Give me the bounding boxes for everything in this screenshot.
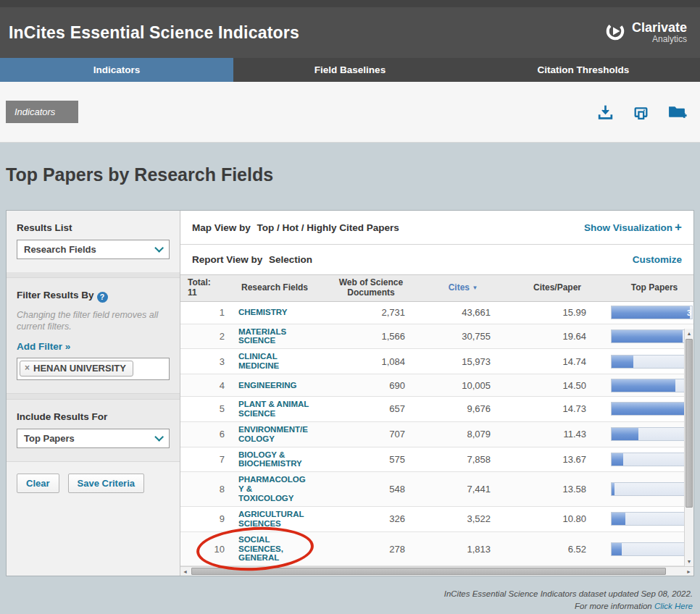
map-view-label: Map View by <box>192 222 251 233</box>
top-papers-cell <box>615 512 693 526</box>
row-rank: 1 <box>180 307 234 318</box>
show-visualization-link[interactable]: Show Visualization+ <box>584 220 682 235</box>
wos-documents-value: 657 <box>315 403 427 414</box>
column-header-research-fields[interactable]: Research Fields <box>234 280 315 296</box>
cites-per-paper-value: 6.52 <box>499 544 615 555</box>
cites-value: 8,079 <box>427 429 499 440</box>
research-field-link[interactable]: ENGINEERING <box>234 378 315 393</box>
cites-value: 7,441 <box>427 484 499 495</box>
tab-citation-thresholds[interactable]: Citation Thresholds <box>467 58 700 82</box>
row-rank: 2 <box>180 331 234 342</box>
footer-dataset-note: InCites Essential Science Indicators dat… <box>0 588 693 600</box>
top-papers-bar-fill <box>612 428 638 440</box>
horizontal-scrollbar[interactable]: ◄ ► <box>180 566 693 576</box>
wos-documents-value: 278 <box>315 544 427 555</box>
research-field-link[interactable]: ENVIRONMENT/ECOLOGY <box>234 422 315 447</box>
research-field-link[interactable]: BIOLOGY & BIOCHEMISTRY <box>234 447 315 472</box>
clear-button[interactable]: Clear <box>17 474 59 493</box>
scroll-down-icon[interactable]: ▼ <box>685 557 693 566</box>
wos-documents-value: 1,084 <box>315 356 427 367</box>
folder-add-icon[interactable] <box>667 103 687 121</box>
vertical-scrollbar[interactable]: ▲ ▼ <box>684 329 693 567</box>
top-papers-bar-fill <box>612 453 623 466</box>
main-area: Map View by Top / Hot / Highly Cited Pap… <box>180 211 693 576</box>
map-view-bar: Map View by Top / Hot / Highly Cited Pap… <box>180 211 693 244</box>
customize-link[interactable]: Customize <box>633 254 682 265</box>
header-top-strip <box>0 0 700 7</box>
wos-documents-value: 707 <box>315 429 427 440</box>
scroll-right-icon[interactable]: ► <box>684 567 693 576</box>
include-results-select[interactable]: Top Papers <box>17 429 170 448</box>
plus-icon: + <box>675 220 682 234</box>
table-header: Total: 11 Research Fields Web of Science… <box>180 274 693 302</box>
research-field-link[interactable]: CLINICAL MEDICINE <box>234 349 315 374</box>
remove-filter-icon[interactable]: × <box>25 363 30 373</box>
cites-per-paper-value: 19.64 <box>499 331 615 342</box>
filter-section: Filter Results By? Changing the filter f… <box>7 277 180 394</box>
map-view-value[interactable]: Top / Hot / Highly Cited Papers <box>257 222 399 233</box>
save-criteria-button[interactable]: Save Criteria <box>68 474 145 493</box>
top-papers-bar-fill <box>612 356 633 368</box>
cites-value: 15,973 <box>427 356 499 367</box>
table-row: 7BIOLOGY & BIOCHEMISTRY5757,85813.67 <box>180 447 693 473</box>
wos-documents-value: 548 <box>315 484 427 495</box>
cites-per-paper-value: 14.73 <box>499 403 615 414</box>
help-icon[interactable]: ? <box>97 292 108 303</box>
top-papers-bar <box>611 355 693 369</box>
toolbar: Indicators <box>0 82 700 143</box>
clarivate-logo-icon <box>604 20 626 45</box>
top-papers-cell <box>615 542 693 556</box>
results-list-label: Results List <box>17 222 170 233</box>
results-list-value: Research Fields <box>24 244 96 255</box>
research-field-link[interactable]: CHEMISTRY <box>234 305 315 320</box>
research-field-link[interactable]: PHARMACOLOGY & TOXICOLOGY <box>234 472 315 506</box>
table-row: 9AGRICULTURAL SCIENCES3263,52210.80 <box>180 507 693 532</box>
add-filter-link[interactable]: Add Filter » <box>17 341 70 352</box>
top-papers-bar: 3 <box>611 306 693 319</box>
report-view-bar: Report View by Selection Customize <box>180 245 693 274</box>
wos-documents-value: 2,731 <box>315 307 427 318</box>
print-icon[interactable] <box>632 103 650 121</box>
breadcrumb[interactable]: Indicators <box>6 101 78 123</box>
row-rank: 10 <box>180 544 234 555</box>
research-field-link[interactable]: MATERIALS SCIENCE <box>234 324 315 349</box>
report-view-value[interactable]: Selection <box>269 254 312 265</box>
research-field-link[interactable]: AGRICULTURAL SCIENCES <box>234 507 315 531</box>
report-view-label: Report View by <box>192 254 262 265</box>
top-papers-cell: 2 <box>615 379 693 392</box>
filter-box[interactable]: × HENAN UNIVERSITY <box>17 358 170 380</box>
top-papers-bar: 4 <box>611 402 693 416</box>
cites-value: 9,676 <box>427 403 499 414</box>
top-papers-bar: 3 <box>611 329 693 343</box>
column-header-cites[interactable]: Cites ▼ <box>427 280 499 296</box>
table-body: 1CHEMISTRY2,73143,66115.9932MATERIALS SC… <box>180 302 693 567</box>
filter-label: Filter Results By <box>17 290 94 300</box>
cites-per-paper-value: 10.80 <box>499 513 615 524</box>
cites-value: 1,813 <box>427 544 499 555</box>
cites-value: 3,522 <box>427 513 499 524</box>
scroll-left-icon[interactable]: ◄ <box>180 567 190 576</box>
column-header-wos-documents[interactable]: Web of Science Documents <box>315 275 427 301</box>
column-header-cites-per-paper[interactable]: Cites/Paper <box>499 280 615 296</box>
cites-per-paper-value: 11.43 <box>499 429 615 440</box>
top-papers-cell: 3 <box>615 306 693 319</box>
cites-per-paper-value: 14.50 <box>499 380 615 391</box>
scroll-up-icon[interactable]: ▲ <box>685 329 693 338</box>
research-field-link[interactable]: SOCIAL SCIENCES, GENERAL <box>234 532 315 566</box>
wos-documents-value: 326 <box>315 513 427 524</box>
research-field-link[interactable]: PLANT & ANIMAL SCIENCE <box>234 397 315 421</box>
results-list-select[interactable]: Research Fields <box>17 240 170 259</box>
content-panel: Results List Research Fields Filter Resu… <box>6 210 694 576</box>
tab-field-baselines[interactable]: Field Baselines <box>233 58 467 82</box>
click-here-link[interactable]: Click Here <box>654 602 693 610</box>
top-papers-cell <box>615 482 693 496</box>
tab-indicators[interactable]: Indicators <box>0 58 233 82</box>
top-papers-bar <box>611 512 693 526</box>
download-icon[interactable] <box>596 103 614 121</box>
cites-value: 7,858 <box>427 454 499 465</box>
row-rank: 4 <box>180 380 234 391</box>
vertical-scrollbar-thumb[interactable] <box>686 339 693 508</box>
top-papers-bar-fill <box>612 330 683 342</box>
horizontal-scrollbar-thumb[interactable] <box>191 568 666 575</box>
column-header-top-papers[interactable]: Top Papers <box>615 280 693 296</box>
